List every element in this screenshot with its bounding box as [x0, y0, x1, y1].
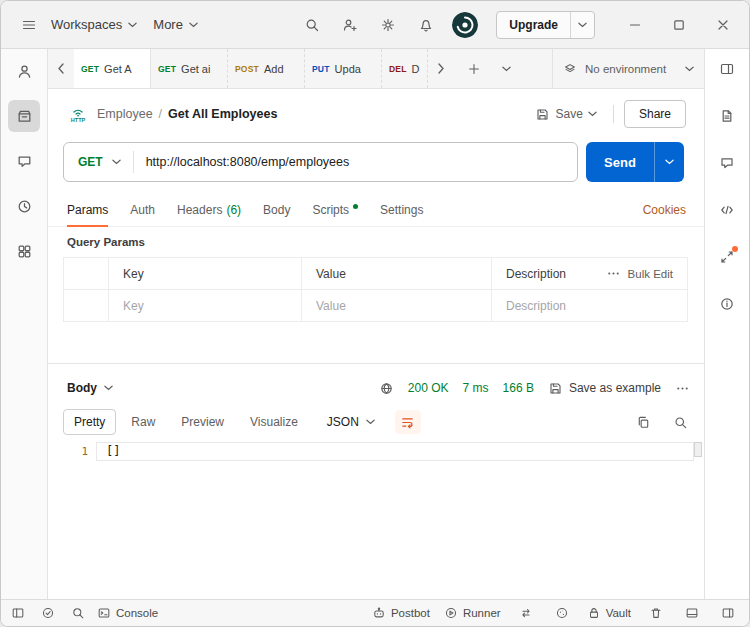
svg-text:HTTP: HTTP — [71, 117, 86, 123]
upgrade-button[interactable]: Upgrade — [496, 11, 595, 39]
apps-grid-icon[interactable] — [8, 235, 40, 267]
save-label: Save — [556, 107, 583, 121]
request-title[interactable]: Get All Employees — [168, 107, 277, 121]
avatar[interactable] — [452, 12, 478, 38]
method-dropdown[interactable]: GET — [64, 155, 133, 169]
panel-bottom-icon[interactable] — [681, 603, 703, 623]
table-header-row: Key Value Description Bulk Edit — [64, 258, 688, 290]
view-tab-preview[interactable]: Preview — [170, 409, 235, 435]
invite-user-icon[interactable] — [336, 11, 364, 39]
save-as-example-button[interactable]: Save as example — [548, 381, 661, 396]
headers-count: (6) — [226, 203, 241, 217]
hamburger-menu-icon[interactable] — [15, 11, 43, 39]
response-splitter[interactable] — [48, 363, 704, 364]
agent-swap-arrows-icon[interactable] — [515, 603, 537, 623]
tab-put-update[interactable]: PUT Upda — [305, 49, 382, 88]
tab-params[interactable]: Params — [67, 194, 108, 226]
tab-settings[interactable]: Settings — [380, 194, 423, 226]
tab-auth[interactable]: Auth — [130, 194, 155, 226]
scrollbar-thumb[interactable] — [694, 442, 702, 457]
code-snippet-icon[interactable] — [711, 194, 743, 226]
settings-gear-icon[interactable] — [374, 11, 402, 39]
scripts-active-dot — [353, 204, 358, 209]
workspaces-menu[interactable]: Workspaces — [43, 11, 145, 38]
close-icon[interactable] — [709, 11, 737, 39]
collections-icon[interactable] — [8, 100, 40, 132]
language-dropdown[interactable]: JSON — [319, 410, 383, 434]
tabs-back-icon[interactable] — [48, 49, 74, 88]
info-icon[interactable] — [711, 288, 743, 320]
find-icon[interactable] — [67, 603, 89, 623]
trash-icon[interactable] — [645, 603, 667, 623]
view-tab-pretty[interactable]: Pretty — [63, 409, 116, 435]
new-tab-plus-icon[interactable] — [460, 55, 488, 83]
runner-label: Runner — [463, 607, 501, 619]
runner-button[interactable]: Runner — [444, 606, 501, 620]
console-button[interactable]: Console — [97, 606, 158, 620]
panel-right-icon[interactable] — [717, 603, 739, 623]
share-button[interactable]: Share — [624, 100, 686, 128]
expand-arrows-icon[interactable] — [711, 241, 743, 273]
view-tab-visualize[interactable]: Visualize — [239, 409, 309, 435]
tab-scripts[interactable]: Scripts — [312, 194, 358, 226]
more-menu[interactable]: More — [145, 11, 206, 38]
search-response-icon[interactable] — [673, 415, 688, 430]
chat-bubble-icon[interactable] — [8, 145, 40, 177]
documentation-icon[interactable] — [711, 100, 743, 132]
bulk-edit-button[interactable]: Bulk Edit — [606, 266, 673, 281]
tab-method: DEL — [389, 64, 407, 74]
send-button[interactable]: Send — [586, 142, 654, 182]
cookies-link[interactable]: Cookies — [643, 203, 686, 217]
response-body-editor[interactable]: 1 [] — [48, 440, 704, 591]
line-number: 1 — [81, 445, 88, 458]
tab-headers[interactable]: Headers (6) — [177, 194, 241, 226]
status-check-icon[interactable] — [37, 603, 59, 623]
environment-label: No environment — [585, 63, 677, 75]
wrap-lines-icon[interactable] — [395, 410, 421, 434]
divider — [613, 105, 614, 123]
upgrade-label: Upgrade — [497, 12, 570, 38]
person-icon[interactable] — [8, 55, 40, 87]
postbot-button[interactable]: Postbot — [372, 606, 430, 620]
save-button[interactable]: Save — [535, 107, 583, 122]
notifications-bell-icon[interactable] — [412, 11, 440, 39]
tab-body[interactable]: Body — [263, 194, 290, 226]
send-options-chevron-icon[interactable] — [654, 142, 684, 182]
tab-label: Upda — [335, 63, 361, 75]
tabs-forward-icon[interactable] — [428, 49, 454, 88]
search-icon[interactable] — [298, 11, 326, 39]
sidebar-toggle-icon[interactable] — [7, 603, 29, 623]
vault-button[interactable]: Vault — [587, 606, 631, 620]
minimize-icon[interactable] — [621, 11, 649, 39]
copy-icon[interactable] — [636, 415, 651, 430]
layout-columns-icon[interactable] — [711, 53, 743, 85]
view-tab-raw[interactable]: Raw — [120, 409, 166, 435]
tab-options-chevron-icon[interactable] — [492, 55, 520, 83]
status-badge[interactable]: 200 OK — [408, 381, 449, 395]
topbar-actions: Upgrade — [298, 11, 737, 39]
network-globe-icon[interactable] — [379, 381, 394, 396]
bulk-edit-label: Bulk Edit — [628, 268, 673, 280]
tab-get-all[interactable]: GET Get A — [74, 49, 151, 88]
cookie-icon[interactable] — [551, 603, 573, 623]
description-input[interactable] — [506, 299, 673, 313]
comments-icon[interactable] — [711, 147, 743, 179]
line-number-gutter: 1 — [48, 445, 88, 458]
value-input[interactable] — [316, 299, 477, 313]
history-clock-icon[interactable] — [8, 190, 40, 222]
url-input[interactable] — [146, 155, 577, 169]
tab-delete[interactable]: DEL D — [382, 49, 428, 88]
response-size[interactable]: 166 B — [503, 381, 534, 395]
key-input[interactable] — [123, 299, 287, 313]
tab-get-single[interactable]: GET Get ai — [151, 49, 228, 88]
response-body-dropdown[interactable]: Body — [67, 381, 113, 395]
environment-selector[interactable]: No environment — [552, 49, 704, 88]
breadcrumb-collection[interactable]: Employee — [97, 107, 153, 121]
maximize-icon[interactable] — [665, 11, 693, 39]
tab-post-add[interactable]: POST Add — [228, 49, 305, 88]
upgrade-chevron-icon[interactable] — [570, 12, 594, 38]
response-time[interactable]: 7 ms — [463, 381, 489, 395]
breadcrumb-separator: / — [159, 107, 162, 121]
response-more-icon[interactable] — [675, 381, 690, 396]
save-options-chevron-icon[interactable] — [583, 102, 603, 126]
